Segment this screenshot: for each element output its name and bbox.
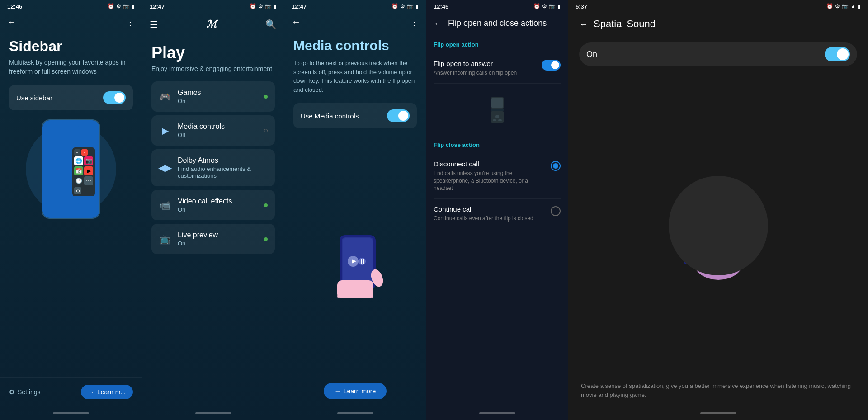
learn-label-1: Learn m...	[97, 388, 126, 396]
back-icon-5[interactable]: ←	[579, 19, 588, 29]
flip-open-answer-toggle[interactable]	[542, 60, 561, 71]
screenshot-icon-2: 📷	[265, 3, 272, 9]
menu-item-dolby[interactable]: ◀▶ Dolby Atmos Find audio enhancements &…	[151, 149, 275, 186]
menu-item-live-preview[interactable]: 📺 Live preview On	[151, 224, 275, 254]
continue-call-row[interactable]: Continue call Continue calls even after …	[434, 199, 561, 229]
svg-rect-6	[361, 259, 362, 264]
menu-item-games[interactable]: 🎮 Games On	[151, 81, 275, 112]
games-info: Games On	[178, 89, 258, 104]
dolby-info: Dolby Atmos Find audio enhancements & cu…	[178, 156, 268, 179]
settings-icon-4: ⚙	[542, 3, 547, 9]
alarm-icon-4: ⏰	[533, 3, 540, 9]
home-bar-1	[53, 412, 89, 414]
learn-more-label: Learn more	[344, 387, 376, 395]
panel-flip: 12:45 ⏰ ⚙ 📷 ▮ ← Flip open and close acti…	[426, 0, 568, 420]
battery-icon-4: ▮	[557, 3, 561, 9]
home-bar-2	[195, 412, 231, 414]
play-title: Play	[151, 43, 275, 62]
media-controls-icon: ▶	[159, 124, 171, 137]
continue-call-radio[interactable]	[551, 206, 561, 216]
video-call-title: Video call effects	[178, 197, 258, 205]
media-controls-dot	[264, 129, 268, 132]
home-indicator-4	[426, 406, 568, 420]
video-call-status: On	[178, 206, 258, 213]
learn-button-1[interactable]: → Learn m...	[81, 385, 133, 399]
spatial-toggle-row[interactable]: On	[579, 42, 857, 66]
moto-m-logo: ℳ	[206, 19, 217, 30]
use-sidebar-toggle[interactable]	[103, 91, 126, 104]
spatial-description: Create a sense of spatialization, give y…	[579, 382, 857, 399]
panel-2-header: ☰ ℳ 🔍	[142, 13, 284, 36]
disconnect-call-title: Disconnect call	[434, 160, 545, 168]
settings-icon-status: ⚙	[116, 3, 121, 9]
disconnect-call-row[interactable]: Disconnect call End calls unless you're …	[434, 154, 561, 199]
continue-call-title: Continue call	[434, 205, 545, 213]
flip-phone-illustration-area	[434, 84, 561, 138]
arrow-icon-1: →	[88, 388, 94, 396]
panel-play: 12:47 ⏰ ⚙ 📷 ▮ ☰ ℳ 🔍 Play Enjoy immersive…	[142, 0, 284, 420]
learn-more-button[interactable]: → Learn more	[324, 383, 387, 399]
menu-item-video-call[interactable]: 📹 Video call effects On	[151, 190, 275, 220]
phone-mockup: − × 🌐 📷 📅 ▶ 🕐 ⋯ ⚙	[42, 119, 100, 219]
hamburger-icon[interactable]: ☰	[150, 19, 158, 30]
character-bg	[669, 176, 768, 275]
status-bar-2: 12:47 ⏰ ⚙ 📷 ▮	[142, 0, 284, 13]
live-preview-dot	[264, 237, 268, 241]
wifi-icon-5: ▲	[850, 3, 856, 9]
svg-rect-16	[493, 119, 496, 121]
media-controls-page-desc: To go to the next or previous track when…	[293, 59, 417, 94]
dolby-status: Find audio enhancements & customizations	[178, 165, 268, 179]
sidebar-title: Sidebar	[9, 38, 133, 55]
settings-gear-icon: ⚙	[9, 388, 15, 396]
home-indicator-5	[568, 406, 868, 420]
time-4: 12:45	[434, 3, 448, 10]
more-icon-3[interactable]: ⋮	[410, 16, 419, 27]
more-icon-1[interactable]: ⋮	[126, 16, 135, 27]
panel-sidebar: 12:46 ⏰ ⚙ 📷 ▮ ← ⋮ Sidebar Multitask by o…	[0, 0, 142, 420]
character-container	[655, 153, 782, 298]
alarm-icon-5: ⏰	[826, 3, 833, 9]
spatial-illustration	[579, 77, 857, 374]
search-icon-btn[interactable]: 🔍	[265, 19, 277, 30]
battery-icon-1: ▮	[132, 3, 135, 9]
spatial-sound-toggle[interactable]	[825, 47, 850, 61]
status-icons-3: ⏰ ⚙ 📷 ▮	[392, 3, 419, 9]
flip-open-answer-row[interactable]: Flip open to answer Answer incoming call…	[434, 53, 561, 84]
battery-icon-5: ▮	[858, 3, 861, 9]
flip-close-section-title: Flip close action	[434, 142, 561, 148]
time-2: 12:47	[150, 3, 165, 10]
learn-more-arrow: →	[335, 387, 341, 395]
time-1: 12:46	[7, 3, 22, 10]
battery-icon-2: ▮	[274, 3, 277, 9]
video-call-dot	[264, 203, 268, 207]
use-media-toggle-row[interactable]: Use Media controls	[293, 103, 417, 128]
flip-open-answer-title: Flip open to answer	[434, 60, 536, 67]
media-controls-status: Off	[178, 132, 258, 138]
settings-icon-3: ⚙	[400, 3, 405, 9]
flip-page-title: Flip open and close actions	[448, 19, 547, 28]
back-icon-3[interactable]: ←	[292, 17, 301, 27]
back-icon-4[interactable]: ←	[434, 18, 443, 28]
games-title: Games	[178, 89, 258, 97]
panel-5-header: ← Spatial Sound	[568, 13, 868, 35]
sidebar-description: Multitask by opening your favorite apps …	[9, 58, 133, 76]
video-call-info: Video call effects On	[178, 197, 258, 213]
flip-phone-svg	[479, 93, 515, 129]
status-icons-4: ⏰ ⚙ 📷 ▮	[533, 3, 561, 9]
use-media-toggle[interactable]	[387, 109, 410, 122]
status-icons-2: ⏰ ⚙ 📷 ▮	[250, 3, 277, 9]
disconnect-call-radio[interactable]	[551, 161, 561, 171]
video-call-icon: 📹	[159, 199, 171, 212]
panel-1-footer: ⚙ Settings → Learn m...	[0, 377, 142, 406]
panel-4-header: ← Flip open and close actions	[426, 13, 568, 34]
flip-open-answer-info: Flip open to answer Answer incoming call…	[434, 60, 542, 77]
menu-item-media-controls[interactable]: ▶ Media controls Off	[151, 115, 275, 146]
use-sidebar-row[interactable]: Use sidebar	[9, 85, 133, 110]
settings-button[interactable]: ⚙ Settings	[9, 388, 41, 396]
settings-icon-5: ⚙	[835, 3, 840, 9]
flip-open-answer-desc: Answer incoming calls on flip open	[434, 69, 536, 77]
games-icon: 🎮	[159, 90, 171, 103]
settings-icon-2: ⚙	[258, 3, 263, 9]
panel-3-content: Media controls To go to the next or prev…	[284, 31, 426, 376]
back-icon-1[interactable]: ←	[7, 17, 16, 27]
